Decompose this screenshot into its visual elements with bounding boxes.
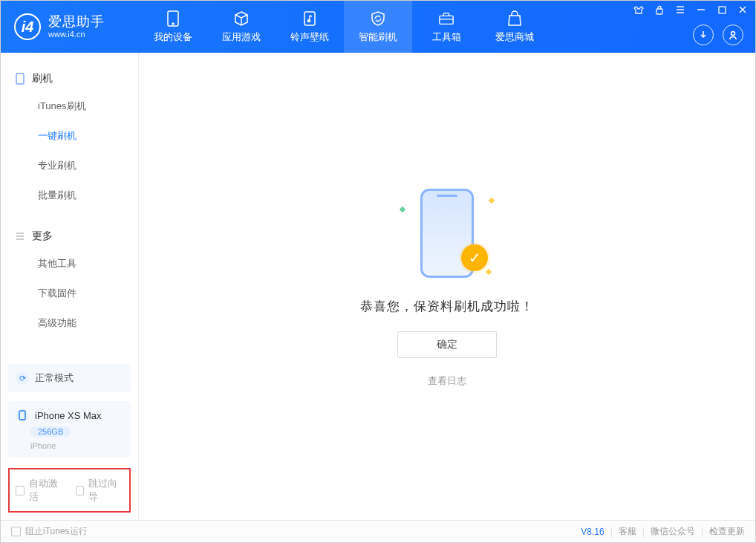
toolbox-icon [438,10,454,27]
sidebar-item-batch-flash[interactable]: 批量刷机 [1,181,138,210]
nav-label: 铃声壁纸 [290,30,329,44]
nav-toolbox[interactable]: 工具箱 [412,1,480,53]
checkbox-icon[interactable] [76,486,85,495]
version-label: V8.16 [581,527,604,537]
option-skip-guide[interactable]: 跳过向导 [76,477,124,504]
device-small-icon [16,409,29,422]
menu-icon[interactable] [672,2,688,17]
sidebar-section-flash[interactable]: 刷机 [1,66,138,91]
device-capacity-badge: 256GB [30,426,71,437]
success-illustration: ✓ [399,185,495,282]
nav-label: 我的设备 [154,30,192,44]
tshirt-icon[interactable] [630,2,647,17]
block-itunes-label[interactable]: 阻止iTunes运行 [25,525,88,538]
maximize-button[interactable] [714,2,730,17]
wechat-link[interactable]: 微信公众号 [651,525,695,538]
checkbox-icon[interactable] [11,527,21,536]
svg-point-3 [307,19,310,22]
svg-rect-7 [719,7,726,13]
sidebar-item-other-tools[interactable]: 其他工具 [1,249,138,279]
app-subtitle: www.i4.cn [48,30,105,39]
checkmark-badge-icon: ✓ [461,244,488,271]
checkbox-icon[interactable] [16,486,25,495]
download-button[interactable] [693,25,714,45]
top-nav: 我的设备 应用游戏 铃声壁纸 智能刷机 工具箱 爱思商城 [139,1,549,53]
cube-icon [233,10,250,27]
list-icon [16,232,26,241]
confirm-button[interactable]: 确定 [397,331,497,358]
nav-store[interactable]: 爱思商城 [480,1,549,53]
nav-my-device[interactable]: 我的设备 [139,1,207,53]
brand-block: i4 爱思助手 www.i4.cn [1,1,139,53]
title-bar: i4 爱思助手 www.i4.cn 我的设备 应用游戏 铃声壁纸 智能刷机 工具… [1,1,755,53]
flash-options-highlight: 自动激活 跳过向导 [8,468,131,513]
mode-label: 正常模式 [35,371,74,385]
mode-icon: ⟳ [16,371,29,385]
user-account-button[interactable] [723,25,743,45]
sidebar-item-oneclick-flash[interactable]: 一键刷机 [1,121,138,151]
sidebar-item-advanced[interactable]: 高级功能 [1,308,138,338]
view-log-link[interactable]: 查看日志 [428,374,466,388]
svg-rect-4 [440,16,453,24]
device-name: iPhone XS Max [35,410,102,421]
close-button[interactable] [734,2,751,17]
bag-icon [506,10,523,27]
minimize-button[interactable] [693,2,709,17]
lock-icon[interactable] [651,2,668,17]
svg-point-1 [172,23,174,25]
check-update-link[interactable]: 检查更新 [709,525,745,538]
sidebar: 刷机 iTunes刷机 一键刷机 专业刷机 批量刷机 更多 其他工具 下载固件 … [1,53,139,520]
sidebar-item-pro-flash[interactable]: 专业刷机 [1,151,138,181]
svg-point-5 [731,32,735,36]
music-file-icon [302,10,318,27]
nav-label: 智能刷机 [359,30,397,44]
sidebar-section-title: 刷机 [32,72,53,85]
titlebar-right-actions [693,25,743,45]
support-link[interactable]: 客服 [619,525,636,538]
device-mode-status[interactable]: ⟳ 正常模式 [8,364,131,392]
nav-apps-games[interactable]: 应用游戏 [207,1,276,53]
svg-rect-6 [656,9,662,14]
main-content: ✓ 恭喜您，保资料刷机成功啦！ 确定 查看日志 [139,53,755,520]
nav-label: 应用游戏 [222,30,261,44]
option-auto-activate[interactable]: 自动激活 [16,477,64,504]
app-title: 爱思助手 [48,14,105,30]
window-controls [630,2,751,17]
sidebar-section-more[interactable]: 更多 [1,224,138,249]
success-message: 恭喜您，保资料刷机成功啦！ [360,298,534,315]
device-icon [165,10,181,27]
nav-label: 工具箱 [432,30,461,44]
phone-outline-icon [16,73,26,85]
nav-smart-flash[interactable]: 智能刷机 [344,1,412,53]
nav-label: 爱思商城 [495,30,534,44]
device-type: iPhone [30,441,56,450]
option-label: 自动激活 [29,477,64,504]
footer-bar: 阻止iTunes运行 V8.16 | 客服 | 微信公众号 | 检查更新 [1,520,755,542]
connected-device-card[interactable]: iPhone XS Max 256GB iPhone [8,401,131,458]
app-logo-icon: i4 [14,13,41,40]
shield-refresh-icon [370,10,386,27]
nav-ringtones-wallpapers[interactable]: 铃声壁纸 [276,1,344,53]
option-label: 跳过向导 [88,477,123,504]
svg-rect-9 [19,411,25,420]
sidebar-item-itunes-flash[interactable]: iTunes刷机 [1,91,138,121]
svg-rect-8 [16,74,24,84]
sidebar-section-title: 更多 [32,230,53,243]
sidebar-item-download-firmware[interactable]: 下载固件 [1,279,138,308]
